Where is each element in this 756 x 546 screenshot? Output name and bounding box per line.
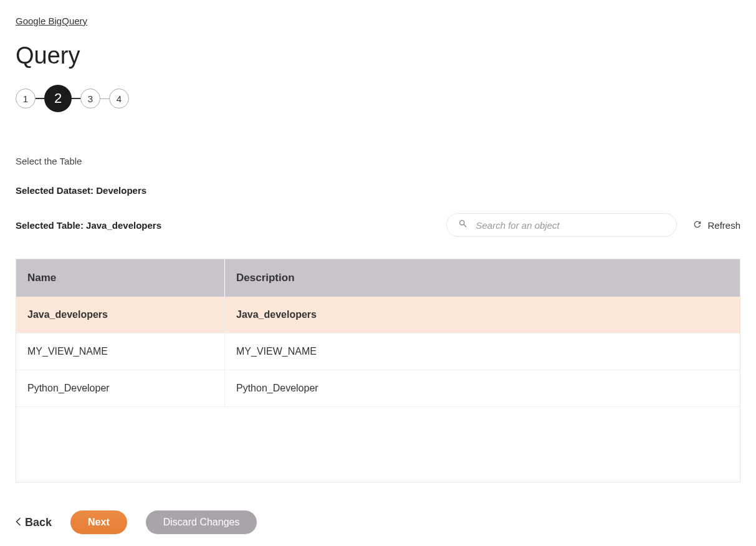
back-label: Back bbox=[25, 516, 52, 529]
cell-name: Java_developers bbox=[16, 297, 225, 333]
tables-list: Name Description Java_developers Java_de… bbox=[16, 259, 740, 482]
search-icon bbox=[458, 219, 476, 231]
page-title: Query bbox=[16, 42, 740, 69]
cell-name: Python_Developer bbox=[16, 370, 225, 407]
cell-name: MY_VIEW_NAME bbox=[16, 333, 225, 370]
cell-description: MY_VIEW_NAME bbox=[225, 333, 740, 370]
table-row[interactable]: Java_developers Java_developers bbox=[16, 297, 740, 333]
table-row[interactable]: MY_VIEW_NAME MY_VIEW_NAME bbox=[16, 333, 740, 370]
next-button[interactable]: Next bbox=[70, 510, 127, 534]
chevron-left-icon bbox=[16, 516, 21, 529]
step-3[interactable]: 3 bbox=[80, 89, 100, 108]
table-row[interactable]: Python_Developer Python_Developer bbox=[16, 370, 740, 407]
cell-description: Python_Developer bbox=[225, 370, 740, 407]
step-4[interactable]: 4 bbox=[109, 89, 129, 108]
footer-actions: Back Next Discard Changes bbox=[16, 510, 740, 534]
table-filler bbox=[16, 407, 740, 482]
search-box[interactable] bbox=[446, 213, 677, 237]
search-input[interactable] bbox=[476, 220, 665, 231]
cell-description: Java_developers bbox=[225, 297, 740, 333]
breadcrumb-link[interactable]: Google BigQuery bbox=[16, 16, 87, 26]
back-button[interactable]: Back bbox=[16, 516, 52, 529]
step-connector bbox=[72, 98, 80, 99]
section-instruction: Select the Table bbox=[16, 156, 740, 166]
step-2[interactable]: 2 bbox=[44, 85, 72, 112]
stepper: 1 2 3 4 bbox=[16, 85, 740, 112]
refresh-label: Refresh bbox=[707, 220, 740, 231]
selected-dataset-label: Selected Dataset: Developers bbox=[16, 185, 740, 196]
step-connector bbox=[36, 98, 44, 99]
column-header-name: Name bbox=[16, 259, 225, 297]
step-1[interactable]: 1 bbox=[16, 89, 36, 108]
refresh-icon bbox=[692, 219, 702, 231]
discard-button[interactable]: Discard Changes bbox=[146, 510, 257, 534]
step-connector bbox=[100, 98, 109, 99]
refresh-button[interactable]: Refresh bbox=[692, 219, 740, 231]
column-header-description: Description bbox=[225, 259, 740, 297]
selected-table-label: Selected Table: Java_developers bbox=[16, 220, 161, 231]
